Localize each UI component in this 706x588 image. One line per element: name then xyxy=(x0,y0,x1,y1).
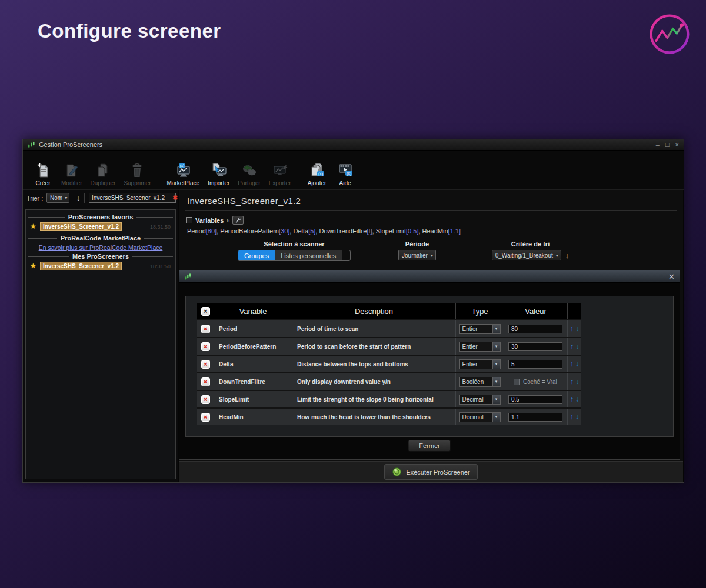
checkbox[interactable] xyxy=(514,379,520,385)
brand-logo-icon xyxy=(647,12,692,56)
row-description: Distance between the tops and bottoms xyxy=(297,361,408,368)
sidebar: Trier : Nom ▾ ↓ ✖ ProScreeners favoris ★… xyxy=(23,190,178,482)
value-input[interactable] xyxy=(508,360,562,369)
move-up-icon[interactable]: ↑ xyxy=(570,395,574,403)
edit-icon xyxy=(65,163,79,178)
scan-segmented-control: Groupes Listes personnelles xyxy=(238,250,351,261)
screener-title: InverseSHS_Screener_v1.2 xyxy=(187,196,301,206)
move-up-icon[interactable]: ↑ xyxy=(570,342,574,350)
var-value: [1.1] xyxy=(448,228,461,235)
type-select[interactable]: Entier▾ xyxy=(459,359,501,369)
add-button[interactable]: (x) Ajouter xyxy=(303,163,331,186)
my-screener-item[interactable]: ★ InverseSHS_Screener_v1.2 18:31:50 xyxy=(26,261,175,272)
marketplace-header: ProRealCode MarketPlace xyxy=(28,235,173,242)
sort-criteria-select[interactable]: 0_Waiting/1_Breakout ▾ xyxy=(492,250,561,260)
marketplace-link[interactable]: En savoir plus sur ProRealCode MarketPla… xyxy=(26,244,175,251)
sort-direction-icon[interactable]: ↓ xyxy=(76,193,81,203)
marketplace-label: MarketPlace xyxy=(167,180,200,186)
var-token: DownTrendFiltre xyxy=(319,228,367,235)
move-up-icon[interactable]: ↑ xyxy=(570,360,574,368)
import-button[interactable]: Importer xyxy=(204,163,234,186)
wrench-icon xyxy=(235,217,241,223)
star-icon[interactable]: ★ xyxy=(30,222,36,230)
type-select[interactable]: Entier▾ xyxy=(459,342,501,352)
execute-proscreener-label: Exécuter ProScreener xyxy=(406,469,469,476)
row-description: Only display downtrend value y/n xyxy=(297,379,391,385)
add-icon: (x) xyxy=(309,163,325,178)
svg-text:(x): (x) xyxy=(180,163,185,168)
star-icon[interactable]: ★ xyxy=(30,262,36,270)
delete-row-icon[interactable]: × xyxy=(201,360,210,369)
move-down-icon[interactable]: ↓ xyxy=(575,413,579,421)
clear-search-icon[interactable]: ✖ xyxy=(171,194,179,202)
create-label: Créer xyxy=(35,180,50,186)
marketplace-button[interactable]: (x) MarketPlace xyxy=(163,163,204,186)
execute-proscreener-button[interactable]: Exécuter ProScreener xyxy=(384,464,477,480)
delete-row-icon[interactable]: × xyxy=(201,395,210,404)
dialog-titlebar: ✕ xyxy=(179,270,680,283)
groups-tab[interactable]: Groupes xyxy=(238,250,275,260)
edit-label: Modifier xyxy=(61,180,82,186)
type-select-value: Entier xyxy=(460,343,492,350)
var-token: HeadMin xyxy=(422,228,448,235)
value-input[interactable] xyxy=(508,325,562,333)
sort-select[interactable]: Nom ▾ xyxy=(46,193,69,203)
chevron-down-icon: ▾ xyxy=(65,195,67,201)
row-variable: Delta xyxy=(219,361,233,368)
create-button[interactable]: Créer xyxy=(29,163,57,186)
delete-row-icon[interactable]: × xyxy=(201,325,210,333)
move-down-icon[interactable]: ↓ xyxy=(575,325,579,333)
value-input[interactable] xyxy=(508,413,562,422)
move-down-icon[interactable]: ↓ xyxy=(575,395,579,403)
minimize-icon[interactable]: – xyxy=(656,139,660,151)
move-down-icon[interactable]: ↓ xyxy=(575,360,579,368)
favorites-header: ProScreeners favoris xyxy=(28,213,173,220)
share-button[interactable]: Partager xyxy=(234,163,264,186)
delete-row-icon[interactable]: × xyxy=(201,413,210,422)
period-select[interactable]: Journalier ▾ xyxy=(398,250,436,260)
value-input[interactable] xyxy=(508,342,562,351)
close-icon[interactable]: × xyxy=(675,139,679,151)
move-up-icon[interactable]: ↑ xyxy=(570,377,574,386)
chevron-down-icon: ▾ xyxy=(492,395,500,404)
type-select[interactable]: Booléen▾ xyxy=(459,377,501,387)
move-up-icon[interactable]: ↑ xyxy=(570,413,574,421)
row-variable: DownTrendFiltre xyxy=(219,379,265,385)
help-button[interactable]: (x) Aide xyxy=(331,163,359,186)
row-description: How much the head is lower than the shou… xyxy=(297,414,431,420)
delete-row-icon[interactable]: × xyxy=(201,377,210,386)
move-down-icon[interactable]: ↓ xyxy=(575,342,579,350)
personal-lists-tab[interactable]: Listes personnelles xyxy=(275,250,342,260)
maximize-icon[interactable]: □ xyxy=(665,139,670,151)
collapse-icon[interactable]: – xyxy=(186,217,192,223)
export-icon xyxy=(272,163,288,178)
type-select[interactable]: Décimal▾ xyxy=(459,395,501,405)
delete-row-icon[interactable]: × xyxy=(201,342,210,351)
sort-select-value: Nom xyxy=(50,195,62,201)
move-down-icon[interactable]: ↓ xyxy=(575,377,579,386)
col-variable: Variable xyxy=(214,303,292,319)
edit-variables-button[interactable] xyxy=(232,216,244,225)
type-select[interactable]: Décimal▾ xyxy=(459,412,501,422)
svg-text:(x): (x) xyxy=(346,171,351,176)
screener-name[interactable]: InverseSHS_Screener_v1.2 xyxy=(40,262,122,270)
move-up-icon[interactable]: ↑ xyxy=(570,325,574,333)
search-input[interactable] xyxy=(89,195,171,201)
edit-button[interactable]: Modifier xyxy=(57,163,86,186)
dialog-close-icon[interactable]: ✕ xyxy=(668,270,675,283)
type-select[interactable]: Entier▾ xyxy=(459,324,501,334)
export-button[interactable]: Exporter xyxy=(265,163,295,186)
screener-name[interactable]: InverseSHS_Screener_v1.2 xyxy=(40,222,122,231)
sort-descending-icon[interactable]: ↓ xyxy=(565,250,570,260)
delete-button[interactable]: Supprimer xyxy=(119,163,155,186)
duplicate-button[interactable]: Dupliquer xyxy=(86,163,120,186)
close-dialog-button[interactable]: Fermer xyxy=(408,440,451,452)
table-row: × Period Period of time to scan Entier▾ … xyxy=(197,319,581,337)
toolbar-separator xyxy=(299,156,299,185)
divider xyxy=(185,210,677,211)
favorite-screener-item[interactable]: ★ InverseSHS_Screener_v1.2 18:31:50 xyxy=(26,222,175,233)
period-header: Période xyxy=(405,240,429,248)
type-select-value: Décimal xyxy=(460,414,492,420)
value-input[interactable] xyxy=(508,395,562,404)
delete-all-icon[interactable]: × xyxy=(201,307,210,316)
